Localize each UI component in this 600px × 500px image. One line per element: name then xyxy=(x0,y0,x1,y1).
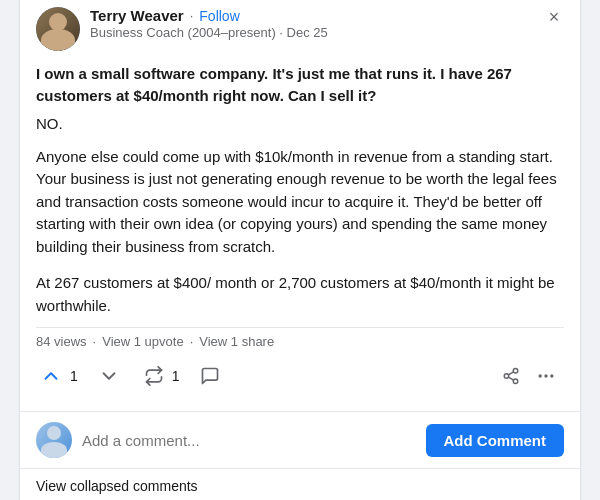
body-text-2: At 267 customers at $400/ month or 2,700… xyxy=(36,272,564,317)
view-collapsed-link[interactable]: View collapsed comments xyxy=(36,478,198,494)
close-button[interactable]: × xyxy=(540,3,568,31)
comment-section: Add Comment xyxy=(20,411,580,468)
comment-button[interactable] xyxy=(196,362,224,390)
commenter-avatar xyxy=(36,422,72,458)
upvote-count: 1 xyxy=(70,368,78,384)
downvote-button[interactable] xyxy=(94,361,124,391)
views-count: 84 views xyxy=(36,334,87,349)
svg-line-4 xyxy=(508,372,513,375)
downvote-icon xyxy=(98,365,120,387)
view-share-link[interactable]: View 1 share xyxy=(199,334,274,349)
question-text: I own a small software company. It's jus… xyxy=(36,63,564,107)
author-subtitle: Business Coach (2004–present) · Dec 25 xyxy=(90,25,564,40)
share-button[interactable] xyxy=(494,363,528,389)
add-comment-button[interactable]: Add Comment xyxy=(426,424,565,457)
svg-point-5 xyxy=(539,374,542,377)
reshare-icon xyxy=(144,366,164,386)
actions-row: 1 1 xyxy=(36,357,564,401)
more-icon xyxy=(536,366,556,386)
sep1: · xyxy=(93,334,97,349)
body-text-1: Anyone else could come up with $10k/mont… xyxy=(36,146,564,259)
name-row: Terry Weaver · Follow xyxy=(90,7,564,24)
post-header: Terry Weaver · Follow Business Coach (20… xyxy=(20,0,580,59)
post-content: I own a small software company. It's jus… xyxy=(20,59,580,411)
downvote-group xyxy=(94,361,124,391)
comment-action-group xyxy=(196,362,224,390)
svg-point-6 xyxy=(544,374,547,377)
follow-button[interactable]: Follow xyxy=(199,8,239,24)
reshare-button[interactable] xyxy=(140,362,168,390)
author-avatar xyxy=(36,7,80,51)
reshare-count: 1 xyxy=(172,368,180,384)
svg-point-7 xyxy=(550,374,553,377)
collapsed-comments-section: View collapsed comments xyxy=(20,468,580,500)
stats-row: 84 views · View 1 upvote · View 1 share xyxy=(36,327,564,357)
svg-line-3 xyxy=(508,377,513,380)
upvote-group: 1 xyxy=(36,361,78,391)
post-card: Terry Weaver · Follow Business Coach (20… xyxy=(20,0,580,500)
more-button[interactable] xyxy=(528,362,564,390)
comment-input[interactable] xyxy=(82,432,416,449)
answer-no: NO. xyxy=(36,115,564,132)
dot-sep: · xyxy=(190,8,194,23)
reshare-group: 1 xyxy=(140,362,180,390)
view-upvote-link[interactable]: View 1 upvote xyxy=(102,334,183,349)
author-name: Terry Weaver xyxy=(90,7,184,24)
comment-icon xyxy=(200,366,220,386)
sep2: · xyxy=(190,334,194,349)
share-icon xyxy=(502,367,520,385)
upvote-button[interactable] xyxy=(36,361,66,391)
author-info: Terry Weaver · Follow Business Coach (20… xyxy=(90,7,564,40)
upvote-icon xyxy=(40,365,62,387)
